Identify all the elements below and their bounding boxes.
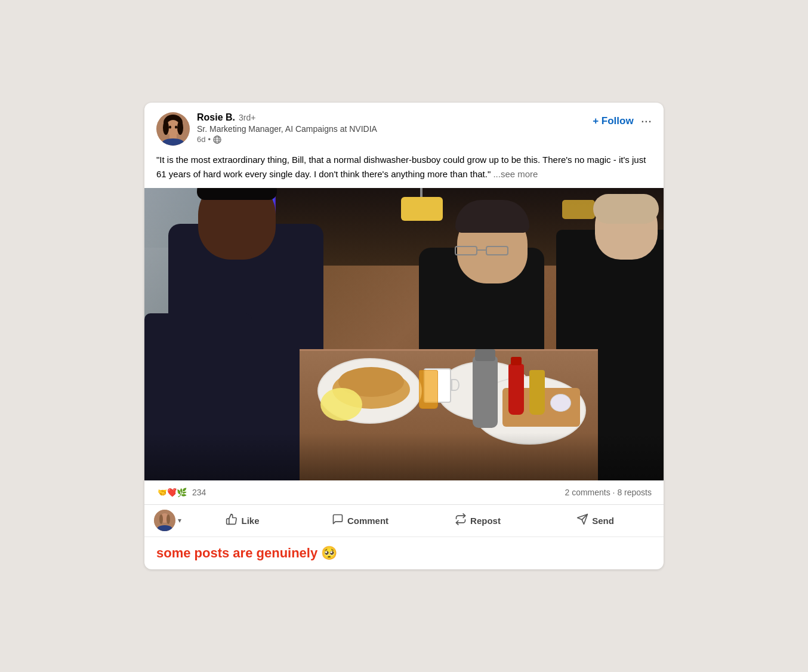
author-name[interactable]: Rosie B.: [197, 112, 235, 123]
comment-button[interactable]: Comment: [301, 507, 419, 534]
reaction-leaf: 🌿: [175, 486, 187, 498]
reactions-left: 🤝 ❤️ 🌿 234: [156, 486, 206, 498]
svg-point-15: [159, 514, 163, 524]
globe-icon: [213, 135, 221, 144]
svg-point-6: [169, 126, 171, 129]
like-icon: [226, 513, 238, 528]
author-section: Rosie B. 3rd+ Sr. Marketing Manager, AI …: [156, 112, 377, 146]
send-button[interactable]: Send: [536, 507, 654, 534]
reaction-count[interactable]: 234: [192, 488, 206, 497]
post-header: Rosie B. 3rd+ Sr. Marketing Manager, AI …: [144, 103, 664, 153]
current-user-avatar: [154, 510, 175, 531]
bottom-commentary: some posts are genuinely 🥺: [144, 537, 664, 569]
send-icon: [576, 513, 588, 528]
post-meta: 6d •: [197, 135, 377, 144]
send-label: Send: [592, 516, 614, 526]
repost-icon: [455, 513, 467, 528]
svg-point-5: [177, 121, 183, 135]
post-body-text: "It is the most extraordinary thing, Bil…: [156, 155, 646, 178]
author-degree: 3rd+: [239, 113, 255, 122]
header-actions: + Follow ···: [593, 115, 652, 128]
post-text: "It is the most extraordinary thing, Bil…: [144, 153, 664, 188]
avatar[interactable]: [156, 112, 190, 146]
reactions-row: 🤝 ❤️ 🌿 234 2 comments · 8 reposts: [144, 480, 664, 505]
svg-point-7: [175, 126, 177, 129]
bottom-red-text: some posts are genuinely: [156, 545, 317, 560]
action-bar: ▾ Like Comment: [144, 505, 664, 537]
linkedin-post-card: Rosie B. 3rd+ Sr. Marketing Manager, AI …: [144, 103, 664, 569]
more-options-button[interactable]: ···: [641, 115, 652, 128]
author-info: Rosie B. 3rd+ Sr. Marketing Manager, AI …: [197, 112, 377, 144]
dot-separator: •: [208, 135, 211, 144]
svg-point-16: [166, 514, 170, 524]
avatar-dropdown-button[interactable]: ▾: [175, 516, 184, 525]
engagement-stats[interactable]: 2 comments · 8 reposts: [565, 488, 652, 497]
comment-icon: [332, 513, 344, 528]
svg-point-4: [163, 121, 169, 135]
follow-button[interactable]: + Follow: [593, 115, 633, 127]
author-title: Sr. Marketing Manager, AI Campaigns at N…: [197, 124, 377, 134]
repost-button[interactable]: Repost: [419, 507, 536, 534]
bottom-text-label: some posts are genuinely 🥺: [156, 545, 337, 560]
like-button[interactable]: Like: [184, 507, 301, 534]
reaction-icons: 🤝 ❤️ 🌿: [156, 486, 185, 498]
post-age: 6d: [197, 135, 205, 144]
repost-label: Repost: [470, 516, 501, 526]
comment-label: Comment: [347, 516, 388, 526]
see-more-link[interactable]: ...see more: [493, 169, 538, 179]
bottom-emoji: 🥺: [321, 545, 337, 560]
like-label: Like: [241, 516, 259, 526]
post-image: [144, 188, 664, 480]
